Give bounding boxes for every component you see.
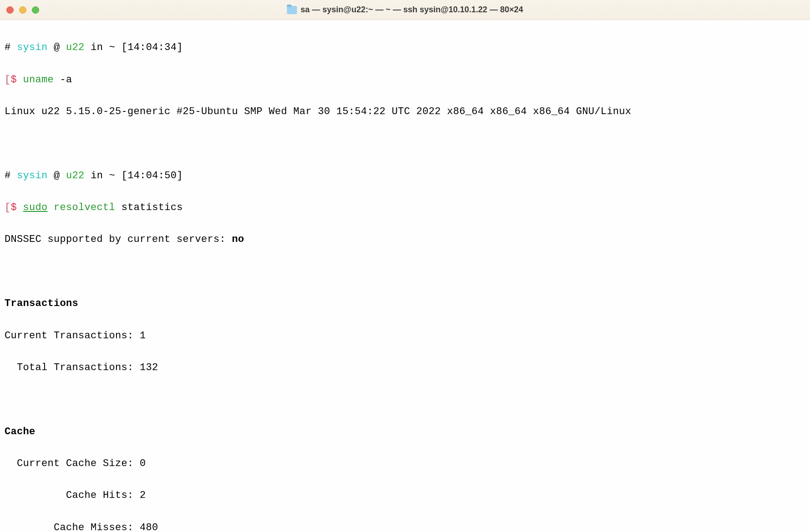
- prompt-in: in: [91, 42, 103, 53]
- maximize-icon[interactable]: [32, 6, 39, 14]
- prompt-open-bracket: [: [5, 202, 11, 213]
- dnssec-value: no: [232, 234, 244, 245]
- command-line: [$ sudo resolvectl statistics: [5, 200, 805, 216]
- prompt-line: # sysin @ u22 in ~ [14:04:50]: [5, 168, 805, 184]
- stat-value: 1: [140, 330, 146, 341]
- stat-value: 2: [140, 490, 146, 501]
- section-header-cache: Cache: [5, 424, 805, 440]
- prompt-hash: #: [5, 170, 11, 181]
- stat-label: Cache Hits:: [5, 490, 134, 501]
- stat-value: 480: [140, 522, 158, 532]
- stat-label: Total Transactions:: [5, 362, 134, 373]
- traffic-lights: [6, 6, 39, 14]
- stat-row: Current Cache Size: 0: [5, 456, 805, 472]
- prompt-host: u22: [66, 42, 85, 53]
- minimize-icon[interactable]: [19, 6, 26, 14]
- prompt-dollar: $: [11, 202, 17, 213]
- prompt-line: # sysin @ u22 in ~ [14:04:34]: [5, 40, 805, 55]
- prompt-user: sysin: [17, 170, 48, 181]
- command-sudo: sudo: [23, 202, 48, 213]
- prompt-at: @: [54, 170, 60, 181]
- prompt-time: [14:04:34]: [122, 42, 183, 53]
- stat-label: Cache Misses:: [5, 522, 134, 532]
- prompt-dollar: $: [11, 74, 17, 85]
- prompt-host: u22: [66, 170, 85, 181]
- prompt-at: @: [54, 42, 60, 53]
- blank-line: [5, 264, 805, 280]
- prompt-path: ~: [109, 42, 116, 53]
- command-args: -a: [60, 74, 72, 85]
- stat-value: 132: [140, 362, 158, 373]
- section-header-transactions: Transactions: [5, 296, 805, 311]
- prompt-hash: #: [5, 42, 11, 53]
- stat-row: Current Transactions: 1: [5, 328, 805, 344]
- command-line: [$ uname -a: [5, 72, 805, 88]
- dnssec-supported-line: DNSSEC supported by current servers: no: [5, 231, 805, 247]
- stat-row: Cache Misses: 480: [5, 520, 805, 532]
- stat-value: 0: [140, 458, 146, 469]
- stat-label: Current Transactions:: [5, 330, 134, 341]
- dnssec-label: DNSSEC supported by current servers:: [5, 234, 232, 245]
- window-titlebar: sa — sysin@u22:~ — ~ — ssh sysin@10.10.1…: [0, 0, 810, 20]
- close-icon[interactable]: [6, 6, 14, 14]
- prompt-open-bracket: [: [5, 74, 11, 85]
- command-resolvectl: resolvectl: [54, 202, 115, 213]
- uname-output: Linux u22 5.15.0-25-generic #25-Ubuntu S…: [5, 104, 805, 120]
- terminal-content[interactable]: # sysin @ u22 in ~ [14:04:34] [$ uname -…: [0, 20, 810, 532]
- prompt-user: sysin: [17, 42, 48, 53]
- stat-label: Current Cache Size:: [5, 458, 134, 469]
- stat-row: Total Transactions: 132: [5, 360, 805, 376]
- prompt-time: [14:04:50]: [122, 170, 183, 181]
- window-title-text: sa — sysin@u22:~ — ~ — ssh sysin@10.10.1…: [301, 5, 523, 15]
- command-args: statistics: [122, 202, 183, 213]
- command-uname: uname: [23, 74, 54, 85]
- window-title: sa — sysin@u22:~ — ~ — ssh sysin@10.10.1…: [287, 5, 523, 15]
- prompt-in: in: [91, 170, 103, 181]
- prompt-path: ~: [109, 170, 116, 181]
- blank-line: [5, 391, 805, 407]
- blank-line: [5, 136, 805, 151]
- folder-icon: [287, 6, 297, 14]
- stat-row: Cache Hits: 2: [5, 487, 805, 503]
